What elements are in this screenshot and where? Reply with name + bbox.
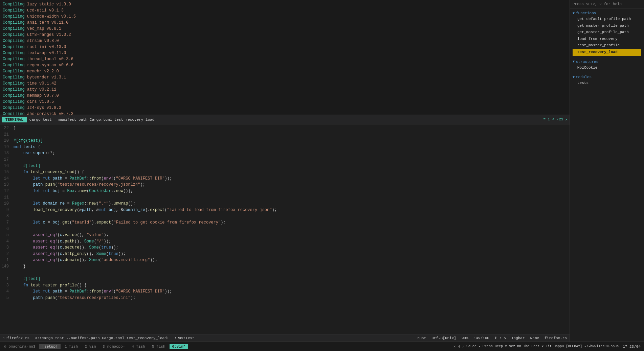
compile-line-13: Compiling byteorder v1.3.1: [3, 74, 567, 80]
compile-line-3: Compiling unicode-width v0.1.5: [3, 14, 567, 20]
functions-label: functions: [576, 11, 596, 15]
code-line-15: fn test_recovery_load() {: [14, 169, 567, 176]
status-mode: :RustTest: [174, 336, 194, 340]
compile-line-9: Compiling textwrap v0.11.0: [3, 50, 567, 56]
sidebar-structures-header[interactable]: ▼ structures: [573, 59, 641, 65]
taskbar-music-app: [BEEBAY]: [566, 345, 582, 348]
sidebar-item-tests[interactable]: tests: [573, 80, 641, 87]
taskbar-6vim[interactable]: 6:vim*: [170, 344, 188, 349]
compile-line-2: Compiling ucd-util v0.1.3: [3, 7, 567, 14]
compile-line-10: Compiling thread_local v0.3.6: [3, 56, 567, 62]
taskbar-1fish[interactable]: 1 fish: [62, 344, 81, 349]
code-line-1: assert_eq!(c.domain(), Some("addons.mozi…: [14, 257, 567, 263]
taskbar: ⚙ bmachira-mn3 [setup] 1 fish 2 vim 3 nc…: [0, 342, 644, 351]
code-line-3: assert_eq!(c.secure(), Some(true));: [14, 244, 567, 251]
sidebar-modules-section: ▼ modules tests: [570, 72, 644, 88]
code-line-18: use super::*;: [14, 150, 567, 157]
taskbar-clock: 17 23/04: [621, 345, 643, 349]
code-line-12: let mut bcj = Box::new(CookieJar::new())…: [14, 188, 567, 194]
compile-line-7: Compiling strsim v0.8.0: [3, 38, 567, 44]
code-line-21: [14, 132, 567, 138]
sidebar-functions-section: ▼ functions get_default_profile_path get…: [570, 8, 644, 57]
status-name-label: Name: [530, 336, 539, 340]
code-line-19: mod tests {: [14, 144, 567, 150]
sidebar-item-load-from-recovery[interactable]: load_from_recovery: [573, 36, 641, 43]
terminal-right-info: ≡ 1 < /23 ✕: [543, 117, 568, 122]
modules-chevron-icon: ▼: [573, 75, 575, 79]
sidebar-functions-header[interactable]: ▼ functions: [573, 10, 641, 16]
code-line-5: assert_eq!(c.value(), "value");: [14, 232, 567, 238]
sidebar-modules-header[interactable]: ▼ modules: [573, 74, 641, 80]
compile-line-8: Compiling rust-ini v0.13.0: [3, 44, 567, 50]
code-line-t4: let mut path = PathBuf::from(env!("CARGO…: [14, 288, 567, 295]
compile-line-14: Compiling time v0.1.42: [3, 80, 567, 87]
code-line-2: assert_eq!(c.http_only(), Some(true));: [14, 251, 567, 257]
compile-line-6: Compiling utf8-ranges v1.0.2: [3, 32, 567, 38]
status-filename-right: firefox.rs: [545, 336, 567, 340]
sidebar-item-test-master-profile[interactable]: test_master_profile: [573, 42, 641, 49]
status-encoding: utf-8[unix]: [431, 336, 456, 340]
taskbar-music-info: Sauce - Prabh Deep x Sez On The Beat x L…: [466, 345, 564, 348]
code-line-13: path.push("tests/resources/recovery.json…: [14, 182, 567, 188]
terminal-tab[interactable]: TERMINAL: [2, 117, 27, 122]
editor[interactable]: 22 21 20 19 18 17 16 15 14 13 12 11 10 9…: [0, 124, 570, 334]
code-line-22: }: [14, 125, 567, 132]
status-percent: 93%: [462, 336, 468, 340]
status-position: 149/160: [474, 336, 489, 340]
code-line-9: load_from_recovery(&path, &mut bcj, &dom…: [14, 207, 567, 213]
code-line-4: assert_eq!(c.path(), Some("/"));: [14, 238, 567, 245]
sidebar-structures-section: ▼ structures MozCookie: [570, 57, 644, 73]
terminal-command-display: cargo test --manifest-path Cargo.toml te…: [29, 118, 543, 122]
status-tagbar: Tagbar: [511, 336, 525, 340]
sidebar-item-test-recovery-load[interactable]: test_recovery_load: [573, 49, 641, 56]
sidebar-item-get-default-profile-path[interactable]: get_default_profile_path: [573, 16, 641, 23]
right-sidebar: Press <F1>, ? for help ▼ functions get_d…: [570, 0, 644, 342]
code-line-t1: #[test]: [14, 276, 567, 282]
structures-chevron-icon: ▼: [573, 60, 575, 64]
taskbar-setup[interactable]: [setup]: [39, 344, 60, 349]
status-command: 3:!cargo test --manifest-path Cargo.toml…: [35, 336, 169, 340]
code-line-20: #[cfg(test)]: [14, 138, 567, 144]
compile-line-19: Compiling aho-corasick v0.7.3: [3, 111, 567, 115]
taskbar-2vim[interactable]: 2 vim: [82, 344, 98, 349]
taskbar-music-note-icon: ♪: [462, 345, 464, 349]
compile-line-5: Compiling vec_map v0.8.1: [3, 26, 567, 32]
taskbar-username[interactable]: ⚙ bmachira-mn3: [1, 344, 38, 349]
code-line-7: let c = bcj.get("taarId").expect("Failed…: [14, 219, 567, 226]
status-filetype: rust: [417, 336, 426, 340]
terminal-list-icon: ≡: [543, 117, 546, 122]
sidebar-item-mozcookie[interactable]: MozCookie: [573, 65, 641, 71]
taskbar-4fish[interactable]: 4 fish: [129, 344, 148, 349]
status-col: ℓ : 5: [495, 336, 506, 340]
compile-line-11: Compiling regex-syntax v0.6.6: [3, 62, 567, 68]
compile-line-17: Compiling dirs v1.0.5: [3, 99, 567, 105]
code-line-8: [14, 213, 567, 219]
main-container: Compiling lazy_static v1.3.0 Compiling u…: [0, 0, 644, 342]
taskbar-3ncmpcpp[interactable]: 3 ncmpcpp-: [100, 344, 128, 349]
compile-line-4: Compiling ansi_term v0.11.0: [3, 20, 567, 26]
taskbar-player-info: -7-hRwlTarCM.opus: [584, 345, 619, 348]
code-line-11: [14, 194, 567, 201]
editor-content: 22 21 20 19 18 17 16 15 14 13 12 11 10 9…: [0, 124, 570, 334]
code-line-16: #[test]: [14, 163, 567, 169]
line-numbers: 22 21 20 19 18 17 16 15 14 13 12 11 10 9…: [0, 124, 11, 334]
compile-line-16: Compiling memmap v0.7.0: [3, 93, 567, 99]
terminal-close-icon[interactable]: ✕: [565, 117, 568, 122]
compile-line-18: Compiling lz4-sys v1.8.3: [3, 105, 567, 111]
sidebar-item-get-master-profile-path-2[interactable]: get_master_profile_path: [573, 29, 641, 36]
code-area[interactable]: } #[cfg(test)] mod tests { use super::*;…: [11, 124, 570, 334]
terminal-build-output: Compiling lazy_static v1.3.0 Compiling u…: [0, 0, 570, 115]
code-line-149: }: [14, 263, 567, 270]
terminal-tab-bar: TERMINAL cargo test --manifest-path Carg…: [0, 115, 570, 124]
sidebar-item-get-master-profile-path-1[interactable]: get_master_profile_path: [573, 23, 641, 29]
compile-line-15: Compiling atty v0.2.11: [3, 87, 567, 93]
status-bar: 1:firefox.rs 3:!cargo test --manifest-pa…: [0, 334, 570, 342]
functions-chevron-icon: ▼: [573, 11, 575, 15]
terminal-page-indicator: 1 < /23: [548, 117, 563, 122]
code-line-t5: path.push("tests/resources/profiles.ini"…: [14, 295, 567, 301]
modules-label: modules: [576, 75, 592, 79]
taskbar-5fish[interactable]: 5 fish: [149, 344, 168, 349]
code-line-6: [14, 226, 567, 232]
sidebar-help-text: Press <F1>, ? for help: [570, 0, 644, 8]
taskbar-right: ✕ 4 ♪ Sauce - Prabh Deep x Sez On The Be…: [453, 344, 643, 349]
